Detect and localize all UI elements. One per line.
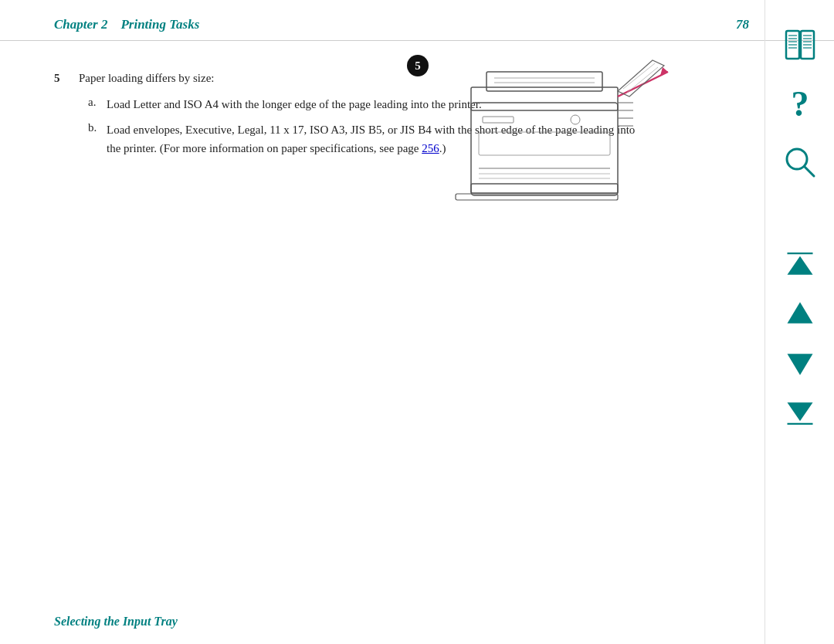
svg-line-36	[805, 167, 814, 176]
chapter-title: Chapter 2 Printing Tasks	[54, 17, 199, 32]
svg-marker-38	[787, 256, 812, 274]
svg-rect-11	[479, 132, 610, 155]
search-icon[interactable]	[777, 139, 823, 185]
section-title: Printing Tasks	[120, 17, 199, 32]
page-link-text[interactable]: 256	[422, 142, 439, 154]
nav-arrow-up[interactable]	[777, 292, 823, 334]
nav-arrow-down[interactable]	[777, 342, 823, 385]
svg-line-15	[623, 63, 655, 89]
svg-rect-2	[486, 72, 602, 91]
svg-point-10	[571, 115, 580, 124]
page-number: 78	[736, 17, 749, 32]
svg-marker-14	[618, 60, 664, 97]
nav-arrow-first[interactable]	[777, 242, 823, 284]
footer-text: Selecting the Input Tray	[54, 615, 178, 628]
book-icon[interactable]	[777, 22, 823, 68]
step-5-text: Paper loading differs by size:	[79, 72, 215, 85]
page-link[interactable]: 256	[422, 142, 439, 154]
step-badge: 5	[407, 55, 429, 76]
printer-svg	[448, 49, 687, 203]
svg-marker-42	[787, 402, 812, 421]
chapter-label: Chapter 2	[54, 17, 107, 32]
sub-step-a-text: Load Letter and ISO A4 with the longer e…	[107, 96, 482, 114]
right-sidebar: ?	[764, 0, 834, 644]
page-header: Chapter 2 Printing Tasks 78	[0, 0, 834, 41]
nav-arrow-last[interactable]	[777, 392, 823, 435]
page-footer: Selecting the Input Tray	[54, 615, 178, 629]
svg-marker-39	[787, 302, 812, 324]
sub-step-b-text-end: .)	[439, 142, 446, 154]
step-number: 5	[54, 72, 71, 85]
sub-step-b-label: b.	[88, 121, 100, 134]
svg-text:?: ?	[791, 85, 809, 122]
question-icon[interactable]: ?	[777, 80, 823, 127]
printer-illustration	[448, 49, 710, 219]
svg-rect-9	[483, 117, 514, 123]
svg-rect-8	[471, 184, 618, 193]
svg-rect-17	[456, 194, 618, 200]
main-content: 5 Paper loading differs by size: a. Load…	[0, 41, 834, 188]
svg-marker-40	[787, 354, 812, 375]
sub-step-a-label: a.	[88, 96, 100, 109]
